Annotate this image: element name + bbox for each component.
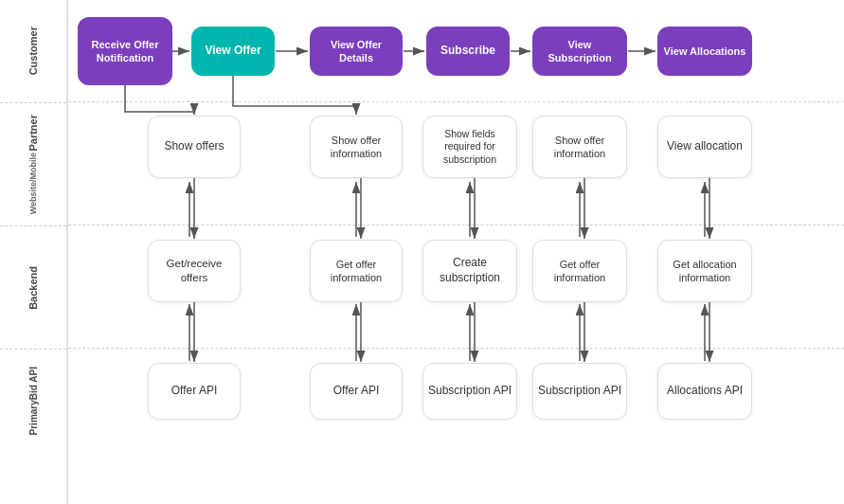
box-subscription-api-2: Subscription API (532, 363, 627, 420)
box-view-allocation: View allocation (657, 116, 752, 178)
box-view-subscription: View Subscription (532, 27, 627, 76)
label-api: PrimaryBid API (0, 349, 66, 453)
label-partner: Partner Website/Mobile (0, 102, 66, 225)
box-get-offer-info: Get offer information (310, 240, 403, 302)
label-backend: Backend (0, 225, 66, 349)
box-offer-api-1: Offer API (148, 363, 241, 420)
diagram-outer: Customer Partner Website/Mobile Backend … (0, 0, 844, 504)
box-get-allocation-info: Get allocation information (657, 240, 752, 302)
box-show-offer-info-2: Show offer information (532, 116, 627, 178)
box-get-offer-info-2: Get offer information (532, 240, 627, 302)
box-show-fields: Show fields required for subscription (422, 116, 517, 178)
box-subscription-api-1: Subscription API (422, 363, 517, 420)
box-show-offer-info: Show offer information (310, 116, 403, 178)
box-receive-offer-notification: Receive Offer Notification (78, 17, 172, 85)
box-subscribe: Subscribe (426, 27, 510, 76)
label-customer: Customer (0, 0, 66, 102)
box-view-offer-details: View Offer Details (310, 27, 403, 76)
box-show-offers: Show offers (148, 116, 241, 178)
box-offer-api-2: Offer API (310, 363, 403, 420)
right-diagram: Receive Offer Notification View Offer Vi… (68, 0, 844, 504)
box-allocations-api: Allocations API (657, 363, 752, 420)
left-labels: Customer Partner Website/Mobile Backend … (0, 0, 68, 504)
box-view-allocations: View Allocations (657, 27, 752, 76)
box-get-receive-offers: Get/receive offers (148, 240, 241, 302)
box-create-subscription: Create subscription (422, 240, 517, 302)
box-view-offer: View Offer (191, 27, 275, 76)
